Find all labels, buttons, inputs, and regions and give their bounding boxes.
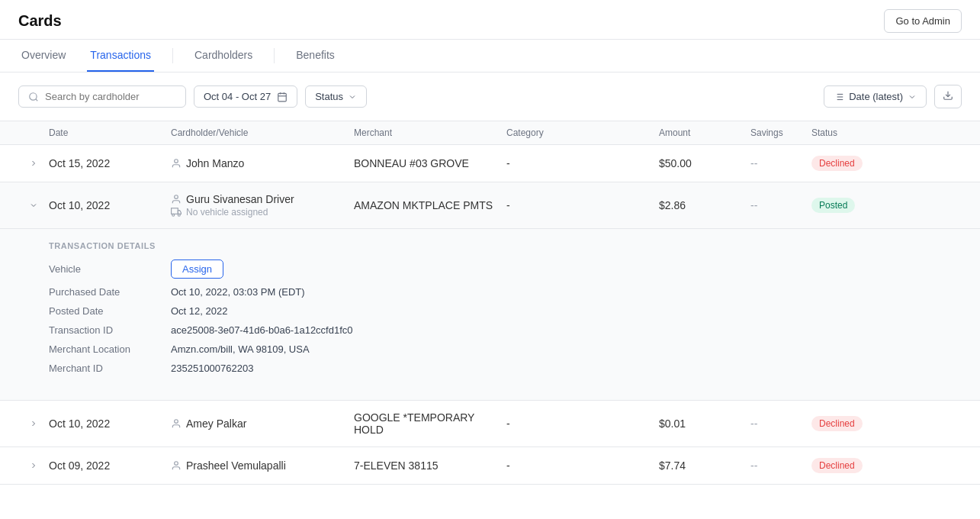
assign-button[interactable]: Assign	[171, 260, 223, 279]
td-merchant-id-row: Merchant ID 235251000762203	[49, 363, 962, 374]
row-cardholder: John Manzo	[171, 157, 354, 169]
row-date: Oct 10, 2022	[49, 199, 171, 211]
row-status: Declined	[811, 156, 903, 171]
expand-button[interactable]	[18, 419, 49, 428]
th-savings: Savings	[750, 127, 811, 138]
toolbar: Oct 04 - Oct 27 Status Date (latest)	[0, 73, 980, 121]
row-merchant: AMAZON MKTPLACE PMTS	[354, 199, 506, 211]
row-cardholder: Amey Palkar	[171, 417, 354, 430]
td-purchased-label: Purchased Date	[49, 286, 171, 298]
row-date: Oct 10, 2022	[49, 417, 171, 430]
expand-button[interactable]	[18, 201, 49, 210]
table-header: Date Cardholder/Vehicle Merchant Categor…	[0, 121, 980, 145]
status-badge: Declined	[811, 156, 863, 171]
status-badge: Posted	[811, 198, 855, 213]
row-savings: --	[750, 459, 811, 472]
person-icon	[171, 194, 182, 205]
tab-transactions[interactable]: Transactions	[87, 40, 154, 72]
tab-overview[interactable]: Overview	[18, 40, 69, 72]
vehicle-icon	[171, 207, 182, 218]
row-savings: --	[750, 157, 811, 169]
expand-button[interactable]	[18, 461, 49, 470]
person-icon	[171, 418, 182, 429]
download-icon	[943, 90, 953, 101]
row-status: Posted	[811, 198, 903, 213]
cardholder-name-text: Prasheel Vemulapalli	[186, 459, 286, 472]
transaction-details-panel: TRANSACTION DETAILS Vehicle Assign Purch…	[0, 229, 980, 401]
th-expand	[18, 127, 49, 138]
td-transaction-id-label: Transaction ID	[49, 324, 171, 336]
row-category: -	[506, 199, 659, 211]
table-row: Oct 10, 2022 Guru Sivanesan Driver No ve…	[0, 182, 980, 229]
td-merchant-location-value: Amzn.com/bill, WA 98109, USA	[171, 343, 310, 355]
th-date: Date	[49, 127, 171, 138]
tab-divider-2	[274, 48, 275, 63]
td-posted-value: Oct 12, 2022	[171, 305, 227, 317]
svg-point-13	[175, 160, 178, 163]
search-input[interactable]	[45, 91, 176, 102]
svg-line-1	[36, 98, 38, 101]
row-merchant: BONNEAU #03 GROVE	[354, 157, 506, 169]
sort-label: Date (latest)	[849, 91, 903, 102]
person-icon	[171, 158, 182, 169]
page-title: Cards	[18, 12, 62, 30]
td-vehicle-label: Vehicle	[49, 263, 171, 275]
row-amount: $7.74	[659, 459, 750, 472]
no-vehicle-text: No vehicle assigned	[186, 207, 268, 218]
cardholder-name-text: Guru Sivanesan Driver	[186, 193, 294, 205]
go-admin-button[interactable]: Go to Admin	[884, 9, 962, 33]
table-row: Oct 10, 2022 Amey Palkar GOOGLE *TEMPORA…	[0, 401, 980, 447]
toolbar-right: Date (latest)	[824, 85, 962, 108]
search-box[interactable]	[18, 85, 186, 108]
svg-point-0	[30, 92, 37, 99]
cardholder-name-text: Amey Palkar	[186, 417, 246, 430]
th-category: Category	[506, 127, 659, 138]
row-cardholder: Prasheel Vemulapalli	[171, 459, 354, 472]
table-row: Oct 15, 2022 John Manzo BONNEAU #03 GROV…	[0, 145, 980, 182]
date-range-label: Oct 04 - Oct 27	[204, 91, 271, 102]
row-category: -	[506, 417, 659, 430]
row-amount: $0.01	[659, 417, 750, 430]
td-vehicle-row: Vehicle Assign	[49, 260, 962, 279]
row-status: Declined	[811, 416, 903, 431]
tab-divider	[172, 48, 173, 63]
td-merchant-id-label: Merchant ID	[49, 363, 171, 374]
chevron-down-icon	[348, 92, 357, 102]
row-savings: --	[750, 417, 811, 430]
row-merchant: GOOGLE *TEMPORARY HOLD	[354, 411, 506, 436]
th-amount: Amount	[659, 127, 750, 138]
svg-point-17	[178, 214, 180, 216]
row-amount: $50.00	[659, 157, 750, 169]
td-purchased-row: Purchased Date Oct 10, 2022, 03:03 PM (E…	[49, 286, 962, 298]
cardholder-name-text: John Manzo	[186, 157, 244, 169]
row-savings: --	[750, 199, 811, 211]
status-badge: Declined	[811, 458, 863, 473]
td-posted-label: Posted Date	[49, 305, 171, 317]
chevron-down-icon-sort	[908, 92, 917, 102]
transaction-details-label: TRANSACTION DETAILS	[49, 241, 962, 250]
th-merchant: Merchant	[354, 127, 506, 138]
th-cardholder: Cardholder/Vehicle	[171, 127, 354, 138]
td-merchant-id-value: 235251000762203	[171, 363, 253, 374]
date-range-filter[interactable]: Oct 04 - Oct 27	[194, 85, 297, 108]
td-merchant-location-label: Merchant Location	[49, 343, 171, 355]
td-transaction-id-row: Transaction ID ace25008-3e07-41d6-b0a6-1…	[49, 324, 962, 336]
row-date: Oct 15, 2022	[49, 157, 171, 169]
sort-button[interactable]: Date (latest)	[824, 85, 927, 108]
status-filter[interactable]: Status	[305, 85, 367, 108]
td-merchant-location-row: Merchant Location Amzn.com/bill, WA 9810…	[49, 343, 962, 355]
sort-icon	[834, 92, 844, 102]
svg-rect-2	[278, 93, 287, 101]
svg-rect-15	[172, 208, 178, 214]
expand-button[interactable]	[18, 159, 49, 168]
row-date: Oct 09, 2022	[49, 459, 171, 472]
row-category: -	[506, 157, 659, 169]
svg-point-19	[175, 462, 178, 466]
td-transaction-id-value: ace25008-3e07-41d6-b0a6-1a12ccfd1fc0	[171, 324, 353, 336]
tab-cardholders[interactable]: Cardholders	[191, 40, 255, 72]
th-status: Status	[811, 127, 903, 138]
download-button[interactable]	[934, 85, 962, 108]
search-icon	[28, 92, 39, 102]
tab-benefits[interactable]: Benefits	[293, 40, 338, 72]
calendar-icon	[277, 92, 288, 102]
